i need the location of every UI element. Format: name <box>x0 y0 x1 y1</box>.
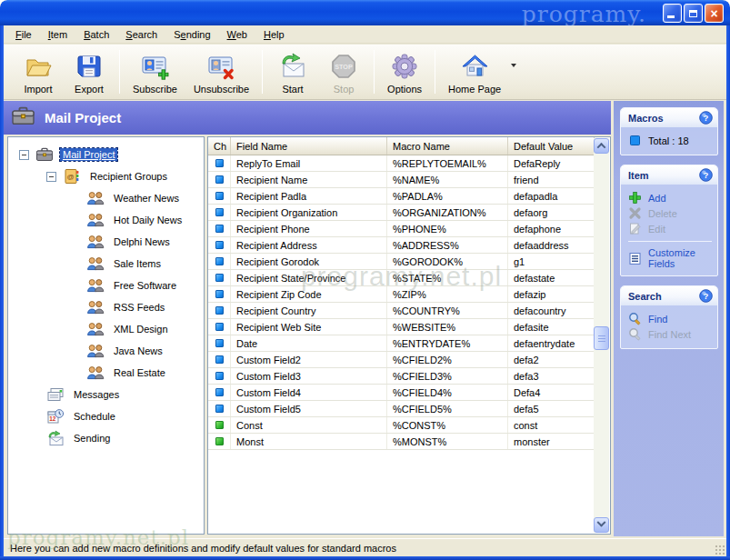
table-row-recipient-web-site[interactable]: Recipient Web Site%WEBSITE%defasite <box>208 319 595 335</box>
cell-default-value: defa5 <box>508 401 595 416</box>
tree-item-schedule[interactable]: 12Schedule <box>8 405 204 427</box>
tree-collapse-toggle[interactable] <box>46 172 56 182</box>
toolbar-button-import[interactable]: Import <box>13 47 64 97</box>
tree-item-real-estate[interactable]: Real Estate <box>8 362 204 384</box>
row-checkbox[interactable] <box>208 254 231 269</box>
tree-item-sale-items[interactable]: Sale Items <box>8 253 204 275</box>
table-row-recipient-country[interactable]: Recipient Country%COUNTRY%defacountry <box>208 303 595 319</box>
sidebar-section-header[interactable]: Item? <box>621 165 717 185</box>
toolbar-button-start[interactable]: Start <box>267 47 318 97</box>
sidebar-section-header[interactable]: Search? <box>621 286 717 305</box>
scroll-thumb[interactable] <box>594 326 609 350</box>
menu-item-file[interactable]: File <box>7 27 40 42</box>
table-row-recipient-gorodok[interactable]: Recipient Gorodok%GORODOK%g1 <box>208 254 595 270</box>
find-icon <box>628 312 642 325</box>
sidebar-action-find[interactable]: Find <box>628 311 714 326</box>
row-checkbox[interactable] <box>208 237 231 253</box>
column-header-macro-name[interactable]: Macro Name <box>387 137 508 155</box>
tree-item-hot-daily-news[interactable]: Hot Daily News <box>8 209 204 231</box>
schedule-icon: 12 <box>46 408 65 425</box>
toolbar-button-unsubscribe[interactable]: Unsubscribe <box>185 47 257 97</box>
tree-item-weather-news[interactable]: Weather News <box>8 187 204 209</box>
table-row-custom-field5[interactable]: Custom Field5%CFIELD5%defa5 <box>208 401 595 417</box>
table-row-replyto-email[interactable]: ReplyTo Email%REPLYTOEMAIL%DefaReply <box>208 155 595 172</box>
row-checkbox[interactable] <box>208 368 231 384</box>
tree-item-rss-feeds[interactable]: RSS Feeds <box>8 296 204 318</box>
column-header-default-value[interactable]: Default Value <box>508 137 595 155</box>
table-row-recipient-address[interactable]: Recipient Address%ADDRESS%defaaddress <box>208 237 595 254</box>
menu-item-item[interactable]: Item <box>40 27 75 42</box>
table-row-const[interactable]: Const%CONST%const <box>208 417 595 434</box>
row-checkbox[interactable] <box>208 205 231 220</box>
menu-item-help[interactable]: Help <box>255 27 293 42</box>
column-header-field-name[interactable]: Field Name <box>231 137 387 155</box>
table-row-recipient-phone[interactable]: Recipient Phone%PHONE%defaphone <box>208 221 595 237</box>
maximize-button[interactable] <box>684 4 703 23</box>
table-row-recipient-organization[interactable]: Recipient Organization%ORGANIZATION%defa… <box>208 205 595 221</box>
table-row-custom-field4[interactable]: Custom Field4%CFIELD4%Defa4 <box>208 385 595 401</box>
column-header-ch[interactable]: Ch <box>208 137 231 155</box>
home-icon <box>460 52 489 81</box>
row-checkbox[interactable] <box>208 286 231 302</box>
table-row-date[interactable]: Date%ENTRYDATE%defaentrydate <box>208 335 595 352</box>
row-checkbox[interactable] <box>208 385 231 400</box>
menu-bar: FileItemBatchSearchSendingWebHelp <box>4 25 726 44</box>
row-checkbox[interactable] <box>208 188 231 204</box>
row-checkbox[interactable] <box>208 319 231 335</box>
sidebar-action-total-18: Total : 18 <box>628 133 714 148</box>
row-checkbox[interactable] <box>208 352 231 367</box>
minimize-button[interactable] <box>663 4 682 23</box>
table-row-recipient-name[interactable]: Recipient Name%NAME%friend <box>208 172 595 188</box>
tree-collapse-toggle[interactable] <box>19 150 29 160</box>
resize-grip[interactable] <box>715 545 725 555</box>
tree-item-xml-design[interactable]: XML Design <box>8 318 204 340</box>
row-checkbox[interactable] <box>208 303 231 318</box>
cell-macro-name: %REPLYTOEMAIL% <box>387 155 508 171</box>
tree-item-sending[interactable]: Sending <box>8 427 204 449</box>
help-icon[interactable]: ? <box>699 289 713 303</box>
toolbar-separator <box>262 50 263 94</box>
row-checkbox[interactable] <box>208 270 231 285</box>
row-checkbox[interactable] <box>208 417 231 433</box>
row-checkbox[interactable] <box>208 155 231 171</box>
home-page-dropdown-arrow[interactable] <box>511 64 516 67</box>
close-button[interactable]: × <box>705 4 724 23</box>
table-row-custom-field2[interactable]: Custom Field2%CFIELD2%defa2 <box>208 352 595 368</box>
scroll-down-button[interactable] <box>594 517 609 533</box>
toolbar-button-subscribe[interactable]: Subscribe <box>125 47 185 97</box>
tree-item-recipient-groups[interactable]: @Recipient Groups <box>8 165 204 187</box>
tree-item-java-news[interactable]: Java News <box>8 340 204 362</box>
table-body: ReplyTo Email%REPLYTOEMAIL%DefaReplyReci… <box>208 155 595 450</box>
table-row-recipient-padla[interactable]: Recipient Padla%PADLA%defapadla <box>208 188 595 205</box>
sidebar-action-customize-fields[interactable]: Customize Fields <box>628 247 714 269</box>
row-checkbox[interactable] <box>208 401 231 416</box>
help-icon[interactable]: ? <box>699 168 713 182</box>
row-checkbox[interactable] <box>208 172 231 187</box>
tree-item-delphi-news[interactable]: Delphi News <box>8 231 204 253</box>
svg-text:12: 12 <box>49 415 56 422</box>
help-icon[interactable]: ? <box>699 111 713 125</box>
scroll-up-button[interactable] <box>594 138 609 154</box>
toolbar-button-export[interactable]: Export <box>64 47 115 97</box>
title-bar[interactable]: programy. × <box>0 0 730 25</box>
row-checkbox[interactable] <box>208 335 231 351</box>
row-checkbox[interactable] <box>208 434 231 449</box>
row-checkbox[interactable] <box>208 221 231 236</box>
table-scrollbar[interactable] <box>594 138 609 533</box>
table-row-custom-field3[interactable]: Custom Field3%CFIELD3%defa3 <box>208 368 595 385</box>
tree-item-mail-project[interactable]: Mail Project <box>8 144 204 165</box>
sidebar-separator <box>628 241 712 242</box>
sidebar-section-header[interactable]: Macros? <box>621 108 717 127</box>
toolbar-button-options[interactable]: Options <box>379 47 430 97</box>
menu-item-sending[interactable]: Sending <box>165 27 218 42</box>
tree-item-messages[interactable]: Messages <box>8 384 204 405</box>
toolbar-button-home-page[interactable]: Home Page <box>440 47 509 97</box>
tree-item-free-software[interactable]: Free Software <box>8 275 204 296</box>
menu-item-web[interactable]: Web <box>219 27 255 42</box>
sidebar-action-add[interactable]: Add <box>628 190 714 205</box>
menu-item-search[interactable]: Search <box>117 27 165 42</box>
table-row-recipient-state-province[interactable]: Recipient State/Province%STATE%defastate <box>208 270 595 286</box>
table-row-monst[interactable]: Monst%MONST%monster <box>208 434 595 450</box>
menu-item-batch[interactable]: Batch <box>75 27 117 42</box>
table-row-recipient-zip-code[interactable]: Recipient Zip Code%ZIP%defazip <box>208 286 595 303</box>
